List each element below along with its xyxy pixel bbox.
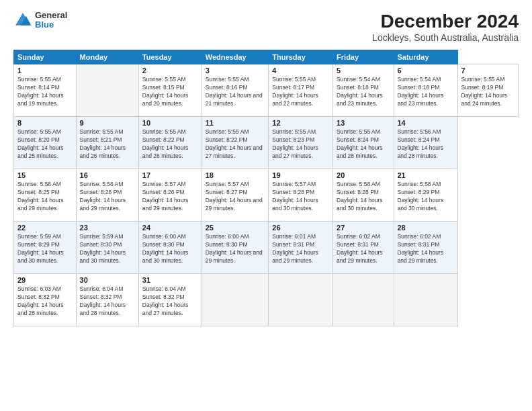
day-number: 27 (337, 224, 390, 232)
day-number: 25 (206, 224, 265, 232)
table-row: 16 Sunrise: 5:56 AM Sunset: 8:26 PM Dayl… (76, 169, 138, 222)
table-row: 27 Sunrise: 6:02 AM Sunset: 8:31 PM Dayl… (333, 222, 394, 274)
day-info: Sunrise: 5:59 AM Sunset: 8:29 PM Dayligh… (17, 233, 73, 265)
table-row: 2 Sunrise: 5:55 AM Sunset: 8:15 PM Dayli… (138, 64, 202, 117)
title-block: December 2024 Lockleys, South Australia,… (372, 11, 519, 43)
day-number: 9 (80, 119, 135, 127)
day-info: Sunrise: 5:59 AM Sunset: 8:30 PM Dayligh… (80, 233, 135, 265)
day-number: 6 (398, 66, 454, 75)
table-row: 9 Sunrise: 5:55 AM Sunset: 8:21 PM Dayli… (76, 117, 138, 169)
logo: General Blue (13, 11, 67, 30)
day-number: 4 (272, 66, 329, 75)
table-row: 18 Sunrise: 5:57 AM Sunset: 8:27 PM Dayl… (202, 169, 269, 222)
calendar-week-row: 29 Sunrise: 6:03 AM Sunset: 8:32 PM Dayl… (14, 274, 519, 326)
table-row: 3 Sunrise: 5:55 AM Sunset: 8:16 PM Dayli… (202, 64, 269, 117)
table-row: 12 Sunrise: 5:55 AM Sunset: 8:23 PM Dayl… (269, 117, 333, 169)
day-number: 1 (17, 66, 73, 75)
table-row: 6 Sunrise: 5:54 AM Sunset: 8:18 PM Dayli… (394, 64, 457, 117)
day-number: 26 (272, 224, 329, 232)
day-info: Sunrise: 5:58 AM Sunset: 8:29 PM Dayligh… (398, 181, 454, 213)
day-info: Sunrise: 5:55 AM Sunset: 8:15 PM Dayligh… (142, 76, 198, 108)
day-info: Sunrise: 6:04 AM Sunset: 8:32 PM Dayligh… (80, 285, 135, 318)
table-row: 13 Sunrise: 5:55 AM Sunset: 8:24 PM Dayl… (333, 117, 394, 169)
col-thursday: Thursday (269, 50, 333, 64)
day-info: Sunrise: 5:54 AM Sunset: 8:18 PM Dayligh… (337, 76, 390, 108)
day-info: Sunrise: 5:57 AM Sunset: 8:26 PM Dayligh… (142, 181, 198, 213)
calendar-week-row: 1 Sunrise: 5:55 AM Sunset: 8:14 PM Dayli… (14, 64, 519, 117)
day-number: 23 (80, 224, 135, 232)
table-row: 15 Sunrise: 5:56 AM Sunset: 8:25 PM Dayl… (14, 169, 77, 222)
day-number: 22 (17, 224, 73, 232)
day-number: 15 (17, 171, 73, 179)
day-info: Sunrise: 5:55 AM Sunset: 8:22 PM Dayligh… (206, 128, 265, 161)
day-info: Sunrise: 5:56 AM Sunset: 8:24 PM Dayligh… (398, 128, 454, 161)
table-row (269, 274, 333, 326)
page: General Blue December 2024 Lockleys, Sou… (0, 0, 532, 411)
table-row: 10 Sunrise: 5:55 AM Sunset: 8:22 PM Dayl… (138, 117, 202, 169)
day-number: 3 (206, 66, 265, 75)
col-monday: Monday (76, 50, 138, 64)
day-info: Sunrise: 6:01 AM Sunset: 8:31 PM Dayligh… (272, 233, 329, 265)
day-number: 24 (142, 224, 198, 232)
table-row (202, 274, 269, 326)
col-friday: Friday (333, 50, 394, 64)
day-info: Sunrise: 5:54 AM Sunset: 8:18 PM Dayligh… (398, 76, 454, 108)
day-info: Sunrise: 5:55 AM Sunset: 8:20 PM Dayligh… (17, 128, 73, 161)
day-number: 7 (461, 66, 515, 75)
table-row: 5 Sunrise: 5:54 AM Sunset: 8:18 PM Dayli… (333, 64, 394, 117)
calendar-week-row: 15 Sunrise: 5:56 AM Sunset: 8:25 PM Dayl… (14, 169, 519, 222)
day-info: Sunrise: 6:02 AM Sunset: 8:31 PM Dayligh… (337, 233, 390, 265)
table-row: 7 Sunrise: 5:55 AM Sunset: 8:19 PM Dayli… (457, 64, 519, 117)
main-title: December 2024 (372, 11, 519, 32)
table-row: 21 Sunrise: 5:58 AM Sunset: 8:29 PM Dayl… (394, 169, 457, 222)
table-row: 30 Sunrise: 6:04 AM Sunset: 8:32 PM Dayl… (76, 274, 138, 326)
day-number: 30 (80, 276, 135, 284)
table-row: 24 Sunrise: 6:00 AM Sunset: 8:30 PM Dayl… (138, 222, 202, 274)
table-row: 11 Sunrise: 5:55 AM Sunset: 8:22 PM Dayl… (202, 117, 269, 169)
day-info: Sunrise: 5:55 AM Sunset: 8:19 PM Dayligh… (461, 76, 515, 108)
table-row: 25 Sunrise: 6:00 AM Sunset: 8:30 PM Dayl… (202, 222, 269, 274)
table-row: 20 Sunrise: 5:58 AM Sunset: 8:28 PM Dayl… (333, 169, 394, 222)
calendar-week-row: 22 Sunrise: 5:59 AM Sunset: 8:29 PM Dayl… (14, 222, 519, 274)
day-number: 14 (398, 119, 454, 127)
day-number: 19 (272, 171, 329, 179)
day-info: Sunrise: 6:02 AM Sunset: 8:31 PM Dayligh… (398, 233, 454, 265)
day-info: Sunrise: 5:55 AM Sunset: 8:16 PM Dayligh… (206, 76, 265, 108)
table-row: 17 Sunrise: 5:57 AM Sunset: 8:26 PM Dayl… (138, 169, 202, 222)
day-info: Sunrise: 6:00 AM Sunset: 8:30 PM Dayligh… (206, 233, 265, 265)
day-number: 12 (272, 119, 329, 127)
day-info: Sunrise: 6:00 AM Sunset: 8:30 PM Dayligh… (142, 233, 198, 265)
day-number: 20 (337, 171, 390, 179)
calendar-week-row: 8 Sunrise: 5:55 AM Sunset: 8:20 PM Dayli… (14, 117, 519, 169)
calendar-table: Sunday Monday Tuesday Wednesday Thursday… (13, 50, 519, 326)
day-info: Sunrise: 5:57 AM Sunset: 8:28 PM Dayligh… (272, 181, 329, 213)
logo-icon (13, 11, 32, 30)
day-info: Sunrise: 5:55 AM Sunset: 8:24 PM Dayligh… (337, 128, 390, 161)
logo-text: General Blue (35, 11, 67, 30)
col-tuesday: Tuesday (138, 50, 202, 64)
day-number: 29 (17, 276, 73, 284)
day-number: 31 (142, 276, 198, 284)
day-info: Sunrise: 6:03 AM Sunset: 8:32 PM Dayligh… (17, 285, 73, 318)
table-row: 8 Sunrise: 5:55 AM Sunset: 8:20 PM Dayli… (14, 117, 77, 169)
calendar-header-row: Sunday Monday Tuesday Wednesday Thursday… (14, 50, 519, 64)
day-info: Sunrise: 5:55 AM Sunset: 8:14 PM Dayligh… (17, 76, 73, 108)
day-info: Sunrise: 5:55 AM Sunset: 8:17 PM Dayligh… (272, 76, 329, 108)
table-row: 29 Sunrise: 6:03 AM Sunset: 8:32 PM Dayl… (14, 274, 77, 326)
day-number: 16 (80, 171, 135, 179)
day-number: 17 (142, 171, 198, 179)
table-row (76, 64, 138, 117)
day-info: Sunrise: 5:57 AM Sunset: 8:27 PM Dayligh… (206, 181, 265, 213)
day-info: Sunrise: 5:58 AM Sunset: 8:28 PM Dayligh… (337, 181, 390, 213)
day-number: 8 (17, 119, 73, 127)
day-number: 13 (337, 119, 390, 127)
day-info: Sunrise: 5:55 AM Sunset: 8:22 PM Dayligh… (142, 128, 198, 161)
day-info: Sunrise: 5:56 AM Sunset: 8:26 PM Dayligh… (80, 181, 135, 213)
day-number: 18 (206, 171, 265, 179)
table-row: 14 Sunrise: 5:56 AM Sunset: 8:24 PM Dayl… (394, 117, 457, 169)
col-wednesday: Wednesday (202, 50, 269, 64)
day-info: Sunrise: 5:55 AM Sunset: 8:21 PM Dayligh… (80, 128, 135, 161)
day-number: 11 (206, 119, 265, 127)
header: General Blue December 2024 Lockleys, Sou… (13, 11, 519, 43)
table-row: 26 Sunrise: 6:01 AM Sunset: 8:31 PM Dayl… (269, 222, 333, 274)
